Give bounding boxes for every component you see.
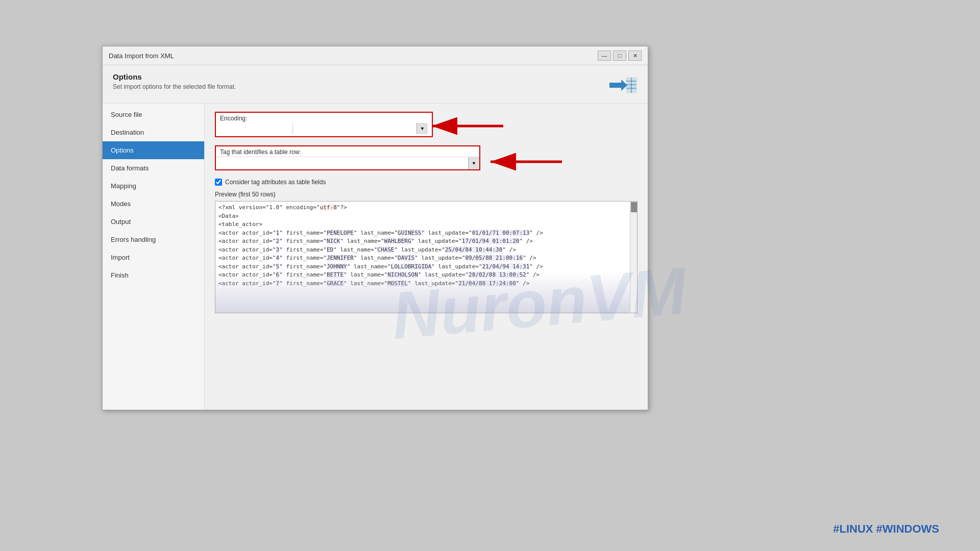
sidebar-item-finish[interactable]: Finish	[103, 266, 204, 284]
close-button[interactable]: ✕	[628, 51, 642, 61]
window-title: Data Import from XML	[109, 52, 174, 60]
hashtag-footer: #LINUX #WINDOWS	[833, 522, 939, 536]
preview-line-10: <actor actor_id="7" first_name="GRACE" l…	[218, 280, 634, 288]
preview-line-6: <actor actor_id="3" first_name="ED" last…	[218, 246, 634, 255]
tag-dropdown-btn[interactable]: ▼	[468, 157, 479, 169]
title-bar: Data Import from XML — □ ✕	[103, 46, 648, 65]
sidebar-item-data-formats[interactable]: Data formats	[103, 159, 204, 177]
header-icon	[607, 72, 638, 98]
tag-label: Tag that identifies a table row:	[216, 146, 479, 157]
scrollbar-thumb[interactable]	[631, 202, 637, 212]
preview-content: <?xml version="1.0" encoding="utf-8"?> <…	[215, 202, 637, 290]
preview-scrollbar[interactable]	[630, 202, 637, 313]
section-title: Options	[113, 72, 236, 81]
preview-line-4: <actor actor_id="1" first_name="PENELOPE…	[218, 229, 634, 238]
title-bar-controls: — □ ✕	[598, 51, 642, 61]
main-content: Encoding: ▼	[205, 104, 648, 410]
tag-box: Tag that identifies a table row: ▼	[215, 145, 480, 170]
preview-line-2: <Data>	[218, 212, 634, 221]
tag-dropdown[interactable]	[216, 157, 468, 169]
preview-line-8: <actor actor_id="5" first_name="JOHNNY" …	[218, 263, 634, 271]
minimize-button[interactable]: —	[598, 51, 611, 61]
preview-section: Preview (first 50 rows) <?xml version="1…	[215, 191, 638, 313]
encoding-dropdown-btn[interactable]: ▼	[416, 123, 428, 134]
sidebar-item-options[interactable]: Options	[103, 141, 204, 159]
sidebar-item-mapping[interactable]: Mapping	[103, 177, 204, 195]
section-subtitle: Set import options for the selected file…	[113, 83, 236, 90]
preview-line-7: <actor actor_id="4" first_name="JENNIFER…	[218, 254, 634, 263]
sidebar: Source file Destination Options Data for…	[103, 104, 205, 410]
dialog-header: Options Set import options for the selec…	[103, 65, 648, 104]
sidebar-item-modes[interactable]: Modes	[103, 195, 204, 213]
sidebar-item-errors-handling[interactable]: Errors handling	[103, 231, 204, 248]
tag-section: Tag that identifies a table row: ▼	[215, 145, 638, 170]
preview-line-9: <actor actor_id="6" first_name="BETTE" l…	[218, 271, 634, 280]
preview-line-1: <?xml version="1.0" encoding="utf-8"?>	[218, 204, 634, 212]
sidebar-item-import[interactable]: Import	[103, 248, 204, 266]
encoding-box: Encoding: ▼	[215, 112, 433, 137]
encoding-section: Encoding: ▼	[215, 112, 638, 137]
dialog-header-text: Options Set import options for the selec…	[113, 72, 236, 90]
dialog-window: Data Import from XML — □ ✕ Options Set i…	[102, 46, 648, 410]
tag-input-row: ▼	[216, 157, 479, 169]
checkbox-row: Consider tag attributes as table fields	[215, 179, 638, 186]
encoding-label: Encoding:	[220, 115, 428, 122]
red-arrow-encoding	[427, 116, 503, 136]
red-arrow-tag	[485, 152, 562, 172]
dialog-body: Source file Destination Options Data for…	[103, 104, 648, 410]
sidebar-item-source-file[interactable]: Source file	[103, 106, 204, 123]
import-icon	[607, 72, 638, 98]
checkbox-label[interactable]: Consider tag attributes as table fields	[225, 179, 326, 186]
preview-line-5: <actor actor_id="2" first_name="NICK" la…	[218, 237, 634, 246]
preview-line-3: <table_actor>	[218, 220, 634, 229]
encoding-dropdown[interactable]	[294, 123, 416, 134]
sidebar-item-destination[interactable]: Destination	[103, 123, 204, 141]
preview-title: Preview (first 50 rows)	[215, 191, 638, 198]
sidebar-item-output[interactable]: Output	[103, 213, 204, 231]
preview-box[interactable]: <?xml version="1.0" encoding="utf-8"?> <…	[215, 201, 638, 313]
consider-attributes-checkbox[interactable]	[215, 179, 222, 186]
encoding-input-row: ▼	[220, 123, 428, 134]
maximize-button[interactable]: □	[613, 51, 626, 61]
encoding-input[interactable]	[220, 123, 291, 134]
